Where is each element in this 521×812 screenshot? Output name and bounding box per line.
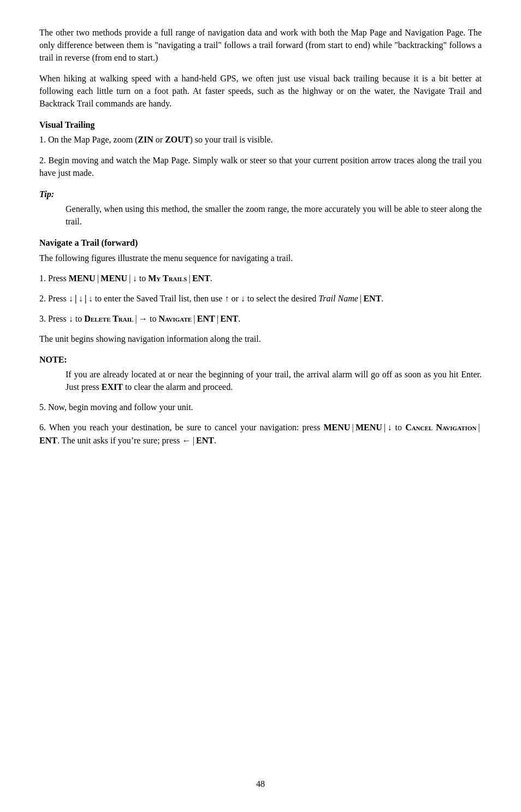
tip-body: Generally, when using this method, the s…: [39, 203, 482, 228]
visual-trailing-item2: 2. Begin moving and watch the Map Page. …: [39, 154, 482, 179]
navigate-trail-item2: 2. Press ↓ | ↓ | ↓ to enter the Saved Tr…: [39, 292, 482, 305]
note-heading: NOTE:: [39, 353, 482, 366]
visual-trailing-item1: 1. On the Map Page, zoom (ZIN or ZOUT) s…: [39, 133, 482, 146]
page: The other two methods provide a full ran…: [0, 0, 521, 812]
navigate-trail-intro: The following figures illustrate the men…: [39, 252, 482, 264]
tip-heading: Tip:: [39, 188, 482, 200]
content-area: The other two methods provide a full ran…: [39, 26, 482, 447]
intro-paragraph-1: The other two methods provide a full ran…: [39, 26, 482, 64]
page-number: 48: [39, 778, 482, 790]
note-body: If you are already located at or near th…: [39, 368, 482, 393]
intro-paragraph-2: When hiking at walking speed with a hand…: [39, 72, 482, 110]
item6: 6. When you reach your destination, be s…: [39, 421, 482, 446]
navigate-trail-heading: Navigate a Trail (forward): [39, 236, 482, 249]
visual-trailing-heading: Visual Trailing: [39, 118, 482, 131]
navigate-trail-item3: 3. Press ↓ to Delete Trail | → to Naviga…: [39, 312, 482, 325]
after-item3-text: The unit begins showing navigation infor…: [39, 333, 482, 345]
item5: 5. Now, begin moving and follow your uni…: [39, 401, 482, 413]
navigate-trail-item1: 1. Press MENU | MENU | ↓ to My Trails | …: [39, 272, 482, 285]
